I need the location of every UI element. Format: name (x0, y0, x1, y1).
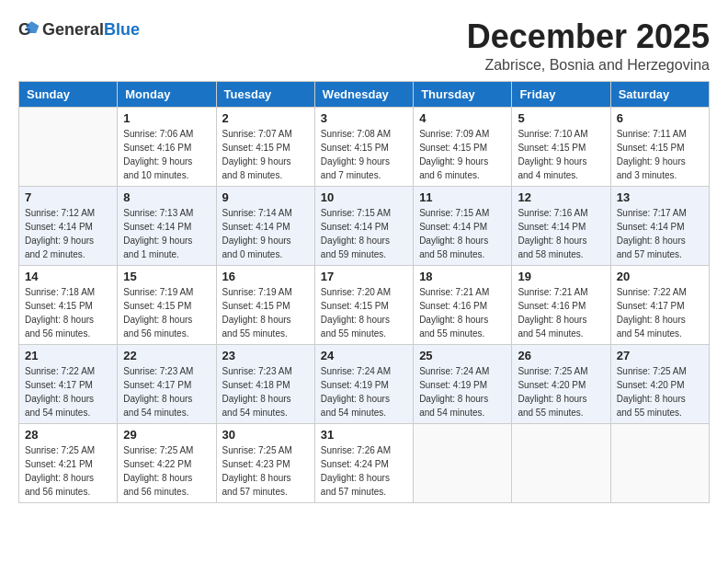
day-number: 25 (419, 349, 506, 362)
day-number: 22 (123, 349, 210, 362)
weekday-header: Saturday (610, 81, 709, 107)
month-title: December 2025 (467, 18, 710, 55)
calendar-day-cell: 19Sunrise: 7:21 AM Sunset: 4:16 PM Dayli… (512, 265, 610, 344)
day-info: Sunrise: 7:15 AM Sunset: 4:14 PM Dayligh… (419, 206, 506, 261)
calendar-day-cell: 26Sunrise: 7:25 AM Sunset: 4:20 PM Dayli… (512, 344, 610, 423)
day-number: 6 (617, 111, 703, 125)
day-number: 12 (518, 190, 604, 204)
weekday-header: Tuesday (216, 81, 314, 107)
weekday-header: Thursday (414, 81, 512, 107)
day-info: Sunrise: 7:24 AM Sunset: 4:19 PM Dayligh… (321, 364, 407, 419)
calendar-empty-cell (414, 423, 512, 502)
day-number: 23 (222, 349, 309, 362)
calendar-day-cell: 2Sunrise: 7:07 AM Sunset: 4:15 PM Daylig… (216, 107, 314, 186)
day-info: Sunrise: 7:22 AM Sunset: 4:17 PM Dayligh… (617, 285, 703, 340)
day-info: Sunrise: 7:20 AM Sunset: 4:15 PM Dayligh… (321, 285, 407, 340)
day-info: Sunrise: 7:14 AM Sunset: 4:14 PM Dayligh… (222, 206, 309, 261)
day-number: 10 (321, 190, 407, 204)
day-info: Sunrise: 7:22 AM Sunset: 4:17 PM Dayligh… (25, 364, 111, 419)
day-number: 26 (518, 349, 604, 362)
calendar-day-cell: 15Sunrise: 7:19 AM Sunset: 4:15 PM Dayli… (118, 265, 216, 344)
logo-general: General (42, 20, 104, 39)
day-info: Sunrise: 7:25 AM Sunset: 4:22 PM Dayligh… (123, 443, 210, 499)
calendar-header-row: SundayMondayTuesdayWednesdayThursdayFrid… (19, 81, 710, 107)
day-info: Sunrise: 7:21 AM Sunset: 4:16 PM Dayligh… (419, 285, 506, 340)
day-number: 29 (123, 428, 210, 442)
day-info: Sunrise: 7:25 AM Sunset: 4:23 PM Dayligh… (222, 443, 309, 499)
day-info: Sunrise: 7:17 AM Sunset: 4:14 PM Dayligh… (617, 206, 703, 261)
day-info: Sunrise: 7:25 AM Sunset: 4:20 PM Dayligh… (617, 364, 703, 419)
day-info: Sunrise: 7:16 AM Sunset: 4:14 PM Dayligh… (518, 206, 604, 261)
weekday-header: Friday (512, 81, 610, 107)
day-info: Sunrise: 7:10 AM Sunset: 4:15 PM Dayligh… (518, 127, 604, 182)
calendar-day-cell: 28Sunrise: 7:25 AM Sunset: 4:21 PM Dayli… (19, 423, 118, 502)
calendar-day-cell: 1Sunrise: 7:06 AM Sunset: 4:16 PM Daylig… (118, 107, 216, 186)
day-number: 1 (123, 111, 210, 125)
day-info: Sunrise: 7:08 AM Sunset: 4:15 PM Dayligh… (321, 127, 407, 182)
title-block: December 2025 Zabrisce, Bosnia and Herze… (467, 18, 710, 74)
day-number: 2 (222, 111, 309, 125)
day-info: Sunrise: 7:07 AM Sunset: 4:15 PM Dayligh… (222, 127, 309, 182)
calendar-empty-cell (19, 107, 118, 186)
calendar-day-cell: 4Sunrise: 7:09 AM Sunset: 4:15 PM Daylig… (414, 107, 512, 186)
day-info: Sunrise: 7:21 AM Sunset: 4:16 PM Dayligh… (518, 285, 604, 340)
calendar-day-cell: 21Sunrise: 7:22 AM Sunset: 4:17 PM Dayli… (19, 344, 118, 423)
calendar-day-cell: 30Sunrise: 7:25 AM Sunset: 4:23 PM Dayli… (216, 423, 314, 502)
day-info: Sunrise: 7:09 AM Sunset: 4:15 PM Dayligh… (419, 127, 506, 182)
location-subtitle: Zabrisce, Bosnia and Herzegovina (467, 57, 710, 74)
calendar-day-cell: 3Sunrise: 7:08 AM Sunset: 4:15 PM Daylig… (314, 107, 413, 186)
calendar-day-cell: 5Sunrise: 7:10 AM Sunset: 4:15 PM Daylig… (512, 107, 610, 186)
day-info: Sunrise: 7:19 AM Sunset: 4:15 PM Dayligh… (222, 285, 309, 340)
calendar-empty-cell (512, 423, 610, 502)
logo-text: GeneralBlue (42, 20, 140, 40)
day-number: 17 (321, 270, 407, 283)
calendar-day-cell: 18Sunrise: 7:21 AM Sunset: 4:16 PM Dayli… (414, 265, 512, 344)
day-info: Sunrise: 7:15 AM Sunset: 4:14 PM Dayligh… (321, 206, 407, 261)
day-number: 4 (419, 111, 506, 125)
calendar-table: SundayMondayTuesdayWednesdayThursdayFrid… (18, 81, 710, 503)
day-number: 21 (25, 349, 111, 362)
day-number: 5 (518, 111, 604, 125)
day-number: 28 (25, 428, 111, 442)
calendar-week-row: 28Sunrise: 7:25 AM Sunset: 4:21 PM Dayli… (19, 423, 710, 502)
calendar-day-cell: 23Sunrise: 7:23 AM Sunset: 4:18 PM Dayli… (216, 344, 314, 423)
day-info: Sunrise: 7:26 AM Sunset: 4:24 PM Dayligh… (321, 443, 407, 499)
day-info: Sunrise: 7:23 AM Sunset: 4:18 PM Dayligh… (222, 364, 309, 419)
calendar-week-row: 14Sunrise: 7:18 AM Sunset: 4:15 PM Dayli… (19, 265, 710, 344)
day-info: Sunrise: 7:19 AM Sunset: 4:15 PM Dayligh… (123, 285, 210, 340)
day-number: 15 (123, 270, 210, 283)
calendar-day-cell: 6Sunrise: 7:11 AM Sunset: 4:15 PM Daylig… (610, 107, 709, 186)
calendar-day-cell: 22Sunrise: 7:23 AM Sunset: 4:17 PM Dayli… (118, 344, 216, 423)
day-info: Sunrise: 7:13 AM Sunset: 4:14 PM Dayligh… (123, 206, 210, 261)
day-number: 30 (222, 428, 309, 442)
calendar-day-cell: 9Sunrise: 7:14 AM Sunset: 4:14 PM Daylig… (216, 186, 314, 265)
calendar-day-cell: 14Sunrise: 7:18 AM Sunset: 4:15 PM Dayli… (19, 265, 118, 344)
day-number: 18 (419, 270, 506, 283)
day-number: 31 (321, 428, 407, 442)
calendar-day-cell: 8Sunrise: 7:13 AM Sunset: 4:14 PM Daylig… (118, 186, 216, 265)
day-info: Sunrise: 7:24 AM Sunset: 4:19 PM Dayligh… (419, 364, 506, 419)
weekday-header: Monday (118, 81, 216, 107)
calendar-day-cell: 11Sunrise: 7:15 AM Sunset: 4:14 PM Dayli… (414, 186, 512, 265)
day-number: 13 (617, 190, 703, 204)
day-number: 9 (222, 190, 309, 204)
logo-blue: Blue (104, 20, 140, 39)
calendar-day-cell: 31Sunrise: 7:26 AM Sunset: 4:24 PM Dayli… (314, 423, 413, 502)
calendar-day-cell: 16Sunrise: 7:19 AM Sunset: 4:15 PM Dayli… (216, 265, 314, 344)
calendar-day-cell: 20Sunrise: 7:22 AM Sunset: 4:17 PM Dayli… (610, 265, 709, 344)
weekday-header: Sunday (19, 81, 118, 107)
day-info: Sunrise: 7:06 AM Sunset: 4:16 PM Dayligh… (123, 127, 210, 182)
calendar-week-row: 1Sunrise: 7:06 AM Sunset: 4:16 PM Daylig… (19, 107, 710, 186)
day-info: Sunrise: 7:18 AM Sunset: 4:15 PM Dayligh… (25, 285, 111, 340)
calendar-day-cell: 13Sunrise: 7:17 AM Sunset: 4:14 PM Dayli… (610, 186, 709, 265)
calendar-day-cell: 27Sunrise: 7:25 AM Sunset: 4:20 PM Dayli… (610, 344, 709, 423)
day-info: Sunrise: 7:12 AM Sunset: 4:14 PM Dayligh… (25, 206, 111, 261)
day-number: 27 (617, 349, 703, 362)
logo: G GeneralBlue (18, 18, 140, 40)
weekday-header: Wednesday (314, 81, 413, 107)
day-number: 14 (25, 270, 111, 283)
calendar-day-cell: 10Sunrise: 7:15 AM Sunset: 4:14 PM Dayli… (314, 186, 413, 265)
calendar-day-cell: 29Sunrise: 7:25 AM Sunset: 4:22 PM Dayli… (118, 423, 216, 502)
calendar-day-cell: 7Sunrise: 7:12 AM Sunset: 4:14 PM Daylig… (19, 186, 118, 265)
day-number: 3 (321, 111, 407, 125)
